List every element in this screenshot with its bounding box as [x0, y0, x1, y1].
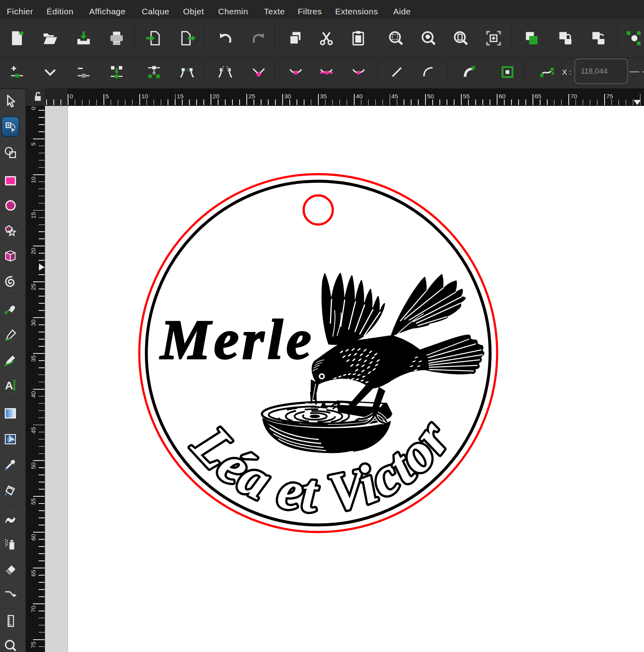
svg-text:Merle: Merle: [160, 308, 314, 371]
svg-text:A: A: [5, 379, 14, 392]
